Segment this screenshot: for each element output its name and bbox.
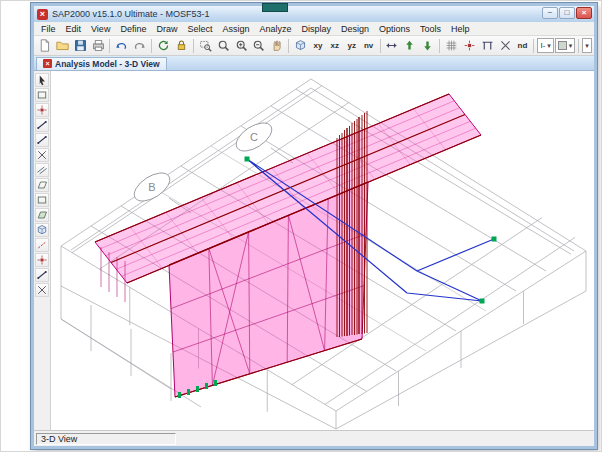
frame-line-icon bbox=[36, 134, 48, 146]
section-cut-button[interactable] bbox=[497, 37, 514, 54]
zoom-out-icon bbox=[252, 39, 265, 52]
menu-help[interactable]: Help bbox=[446, 24, 475, 34]
move-up-gridline-button[interactable] bbox=[401, 37, 418, 54]
snap-midpoints-button[interactable] bbox=[35, 268, 49, 282]
draw-joint-button[interactable] bbox=[461, 37, 478, 54]
cube-3d-icon bbox=[294, 39, 307, 52]
left-right-arrows-icon bbox=[385, 39, 398, 52]
lock-model-button[interactable] bbox=[173, 37, 190, 54]
undo-button[interactable] bbox=[113, 37, 130, 54]
more-tools-dropdown[interactable]: ▾ bbox=[582, 38, 592, 53]
menu-design[interactable]: Design bbox=[336, 24, 374, 34]
refresh-window-button[interactable] bbox=[155, 37, 172, 54]
draw-poly-area-button[interactable] bbox=[35, 178, 49, 192]
side-toolbar bbox=[34, 71, 51, 430]
nd-view-button[interactable]: nd bbox=[515, 37, 531, 54]
snap-points-button[interactable] bbox=[35, 253, 49, 267]
menu-bar: File Edit View Define Draw Select Assign… bbox=[34, 22, 594, 36]
new-file-button[interactable] bbox=[36, 37, 53, 54]
quick-draw-frame-button[interactable] bbox=[35, 133, 49, 147]
menu-view[interactable]: View bbox=[86, 24, 115, 34]
title-bar[interactable]: × SAP2000 v15.1.0 Ultimate - MOSF53-1 − … bbox=[34, 6, 594, 22]
toolbar-separator bbox=[578, 39, 579, 53]
move-down-gridline-button[interactable] bbox=[419, 37, 436, 54]
display-grid-button[interactable] bbox=[443, 37, 460, 54]
toolbar-separator bbox=[533, 39, 534, 53]
toolbar-separator bbox=[288, 39, 289, 53]
redo-button[interactable] bbox=[131, 37, 148, 54]
quick-draw-area-button[interactable] bbox=[35, 208, 49, 222]
menu-display[interactable]: Display bbox=[296, 24, 336, 34]
zoom-full-icon bbox=[217, 39, 230, 52]
named-view-button[interactable]: nv bbox=[361, 37, 377, 54]
menu-options[interactable]: Options bbox=[374, 24, 415, 34]
status-view-label: 3-D View bbox=[36, 433, 176, 445]
chevron-down-icon: ▾ bbox=[547, 42, 551, 50]
elevation-yz-button[interactable]: yz bbox=[344, 37, 360, 54]
beams-icon bbox=[36, 164, 48, 176]
zoom-in-button[interactable] bbox=[233, 37, 250, 54]
perspective-toggle-button[interactable] bbox=[384, 37, 401, 54]
save-file-button[interactable] bbox=[72, 37, 89, 54]
window-controls: − □ × bbox=[542, 7, 592, 19]
pan-button[interactable] bbox=[268, 37, 285, 54]
menu-file[interactable]: File bbox=[36, 24, 61, 34]
draw-rect-area-button[interactable] bbox=[35, 193, 49, 207]
rubber-band-zoom-icon bbox=[199, 39, 212, 52]
new-file-icon bbox=[38, 39, 51, 52]
refresh-icon bbox=[157, 39, 170, 52]
model-canvas[interactable]: B C bbox=[51, 71, 594, 430]
frame-section-value: I- bbox=[540, 41, 545, 50]
tab-analysis-model-3d-view[interactable]: × Analysis Model - 3-D View bbox=[36, 57, 167, 70]
poly-area-icon bbox=[36, 179, 48, 191]
reshape-object-button[interactable] bbox=[35, 88, 49, 102]
toolbar-separator bbox=[439, 39, 440, 53]
frame-section-dropdown[interactable]: I- ▾ bbox=[537, 38, 553, 53]
restore-full-view-button[interactable] bbox=[215, 37, 232, 54]
rect-area-icon bbox=[36, 194, 48, 206]
snap-intersections-button[interactable] bbox=[35, 283, 49, 297]
chevron-down-icon: ▾ bbox=[585, 42, 589, 50]
open-file-button[interactable] bbox=[54, 37, 71, 54]
cross-lines-icon bbox=[499, 39, 512, 52]
main-toolbar: xy xz yz nv nd I- ▾ ▾ ▾ bbox=[34, 36, 594, 56]
rubber-band-zoom-button[interactable] bbox=[197, 37, 214, 54]
extrude-view-button[interactable] bbox=[479, 37, 496, 54]
quick-draw-secondary-beams-button[interactable] bbox=[35, 163, 49, 177]
redo-icon bbox=[133, 39, 146, 52]
menu-draw[interactable]: Draw bbox=[151, 24, 182, 34]
maximize-button[interactable]: □ bbox=[559, 7, 575, 19]
3d-view-button[interactable] bbox=[292, 37, 309, 54]
area-swatch-icon bbox=[558, 41, 567, 50]
menu-assign[interactable]: Assign bbox=[217, 24, 254, 34]
toolbar-separator bbox=[380, 39, 381, 53]
area-fill-icon bbox=[36, 209, 48, 221]
draw-frame-button[interactable] bbox=[35, 118, 49, 132]
print-button[interactable] bbox=[90, 37, 107, 54]
section-cut-icon bbox=[36, 239, 48, 251]
zoom-out-button[interactable] bbox=[250, 37, 267, 54]
joint-node-icon bbox=[463, 39, 476, 52]
elevation-xz-button[interactable]: xz bbox=[327, 37, 343, 54]
draw-solid-button[interactable] bbox=[35, 223, 49, 237]
menu-define[interactable]: Define bbox=[115, 24, 151, 34]
menu-analyze[interactable]: Analyze bbox=[254, 24, 296, 34]
menu-edit[interactable]: Edit bbox=[61, 24, 87, 34]
reshape-icon bbox=[36, 89, 48, 101]
main-area: B C bbox=[34, 71, 594, 430]
solid-cube-icon bbox=[36, 224, 48, 236]
grid-bubble-label-b: B bbox=[148, 181, 155, 193]
draw-section-cut-button[interactable] bbox=[35, 238, 49, 252]
close-button[interactable]: × bbox=[576, 7, 592, 19]
menu-select[interactable]: Select bbox=[182, 24, 217, 34]
draw-special-joint-button[interactable] bbox=[35, 103, 49, 117]
quick-draw-braces-button[interactable] bbox=[35, 148, 49, 162]
menu-tools[interactable]: Tools bbox=[415, 24, 446, 34]
grid-bubble-label-c: C bbox=[250, 131, 258, 143]
minimize-button[interactable]: − bbox=[542, 7, 558, 19]
titlebar-badge bbox=[262, 3, 288, 12]
area-section-dropdown[interactable]: ▾ bbox=[555, 38, 576, 53]
plan-xy-button[interactable]: xy bbox=[310, 37, 326, 54]
select-arrow-button[interactable] bbox=[35, 73, 49, 87]
grid-icon bbox=[445, 39, 458, 52]
